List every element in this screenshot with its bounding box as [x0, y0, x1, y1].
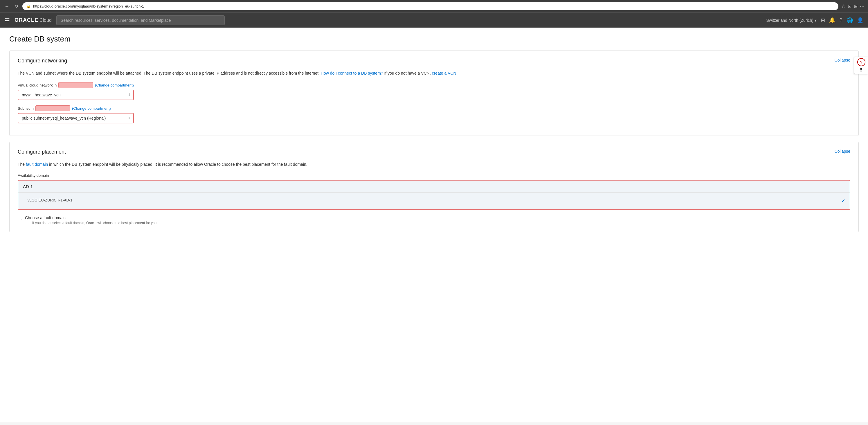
more-icon[interactable]: ⋯ — [860, 3, 865, 9]
vcn-label: Virtual cloud network in (Change compart… — [18, 82, 850, 88]
subnet-change-compartment-link[interactable]: (Change compartment) — [72, 106, 111, 111]
fault-domain-hint: If you do not select a fault domain, Ora… — [32, 221, 158, 225]
fault-domain-label[interactable]: Choose a fault domain — [25, 215, 66, 220]
region-selector[interactable]: Switzerland North (Zurich) ▾ — [766, 18, 817, 23]
ad-option-checkmark: ✓ — [841, 198, 845, 204]
networking-collapse-link[interactable]: Collapse — [835, 58, 850, 62]
vcn-select-wrapper: mysql_heatwave_vcn ⇕ — [18, 90, 134, 100]
placement-collapse-link[interactable]: Collapse — [835, 149, 850, 154]
top-nav: ☰ ORACLE Cloud Switzerland North (Zurich… — [0, 12, 868, 28]
help-icon[interactable]: ? — [840, 17, 842, 23]
vcn-compartment-highlight — [58, 82, 93, 88]
page-title: Create DB system — [9, 34, 859, 43]
region-dropdown-icon: ▾ — [814, 18, 817, 23]
region-label: Switzerland North (Zurich) — [766, 18, 813, 23]
networking-section-header: Configure networking Collapse — [18, 58, 850, 67]
grid-icon[interactable]: ⊞ — [821, 17, 825, 24]
back-button[interactable]: ← — [3, 3, 10, 10]
placement-description: The fault domain in which the DB system … — [18, 161, 850, 168]
help-circle-icon: ? — [857, 58, 865, 66]
networking-section-title: Configure networking — [18, 58, 67, 64]
fault-domain-checkbox-row: Choose a fault domain If you do not sele… — [18, 215, 850, 225]
help-overlay[interactable]: ? ⠿ — [854, 57, 868, 74]
nav-right: Switzerland North (Zurich) ▾ ⊞ 🔔 ? 🌐 👤 — [766, 17, 863, 24]
fault-domain-checkbox-label-group: Choose a fault domain If you do not sele… — [25, 215, 158, 225]
availability-domain-field-group: Availability domain AD-1 vLGG:EU-ZURICH-… — [18, 173, 850, 210]
subnet-field-group: Subnet in (Change compartment) public su… — [18, 105, 850, 123]
vcn-change-compartment-link[interactable]: (Change compartment) — [95, 83, 134, 87]
ad-option-sub-text: vLGG:EU-ZURICH-1-AD-1 — [23, 196, 77, 206]
availability-domain-label: Availability domain — [18, 173, 850, 178]
cloud-text: Cloud — [39, 18, 52, 23]
refresh-button[interactable]: ↺ — [13, 2, 20, 10]
placement-desc-before: The — [18, 162, 26, 166]
availability-domain-option[interactable]: AD-1 vLGG:EU-ZURICH-1-AD-1 ✓ — [18, 180, 850, 210]
vcn-select[interactable]: mysql_heatwave_vcn — [18, 90, 134, 100]
star-icon[interactable]: ☆ — [841, 3, 845, 9]
networking-desc-before: The VCN and subnet where the DB system e… — [18, 71, 321, 75]
placement-desc-after: in which the DB system endpoint will be … — [48, 162, 307, 166]
ad-option-header-row: AD-1 — [18, 181, 850, 192]
user-icon[interactable]: 👤 — [857, 17, 863, 24]
vcn-field-group: Virtual cloud network in (Change compart… — [18, 82, 850, 100]
globe-icon[interactable]: 🌐 — [846, 17, 853, 24]
browser-actions: ☆ ⊡ ⊞ ⋯ — [841, 3, 865, 9]
ad-option-name: AD-1 — [23, 184, 33, 189]
browser-chrome: ← ↺ 🔒 https://cloud.oracle.com/mysqlaas/… — [0, 0, 868, 12]
subnet-select[interactable]: public subnet-mysql_heatwave_vcn (Region… — [18, 113, 134, 123]
networking-description: The VCN and subnet where the DB system e… — [18, 70, 850, 77]
create-vcn-link[interactable]: create a VCN. — [432, 71, 458, 75]
ad-option-sub-row: vLGG:EU-ZURICH-1-AD-1 ✓ — [18, 193, 850, 209]
subnet-select-wrapper: public subnet-mysql_heatwave_vcn (Region… — [18, 113, 134, 123]
fault-domain-checkbox[interactable] — [18, 216, 22, 220]
placement-section-title: Configure placement — [18, 149, 66, 155]
global-search[interactable] — [56, 16, 225, 25]
oracle-logo: ORACLE Cloud — [14, 17, 52, 23]
lock-icon: 🔒 — [26, 4, 31, 8]
url-bar[interactable]: 🔒 https://cloud.oracle.com/mysqlaas/db-s… — [22, 2, 838, 10]
url-text: https://cloud.oracle.com/mysqlaas/db-sys… — [33, 4, 144, 8]
grid-dots-icon: ⠿ — [859, 67, 863, 73]
extensions-icon[interactable]: ⊞ — [854, 3, 858, 9]
notification-icon[interactable]: 🔔 — [829, 17, 836, 24]
page-content: Create DB system Configure networking Co… — [0, 28, 868, 422]
subnet-compartment-highlight — [35, 105, 70, 111]
hamburger-menu[interactable]: ☰ — [5, 17, 10, 24]
subnet-label: Subnet in (Change compartment) — [18, 105, 850, 111]
configure-networking-section: Configure networking Collapse The VCN an… — [9, 51, 859, 136]
split-icon[interactable]: ⊡ — [848, 3, 851, 9]
networking-desc-after: If you do not have a VCN, — [383, 71, 432, 75]
connect-to-db-link[interactable]: How do I connect to a DB system? — [321, 71, 383, 75]
configure-placement-section: Configure placement Collapse The fault d… — [9, 142, 859, 232]
subnet-label-text: Subnet in — [18, 106, 34, 111]
fault-domain-link[interactable]: fault domain — [26, 162, 48, 166]
placement-section-header: Configure placement Collapse — [18, 149, 850, 158]
oracle-text: ORACLE — [14, 17, 38, 23]
vcn-label-text: Virtual cloud network in — [18, 83, 57, 87]
